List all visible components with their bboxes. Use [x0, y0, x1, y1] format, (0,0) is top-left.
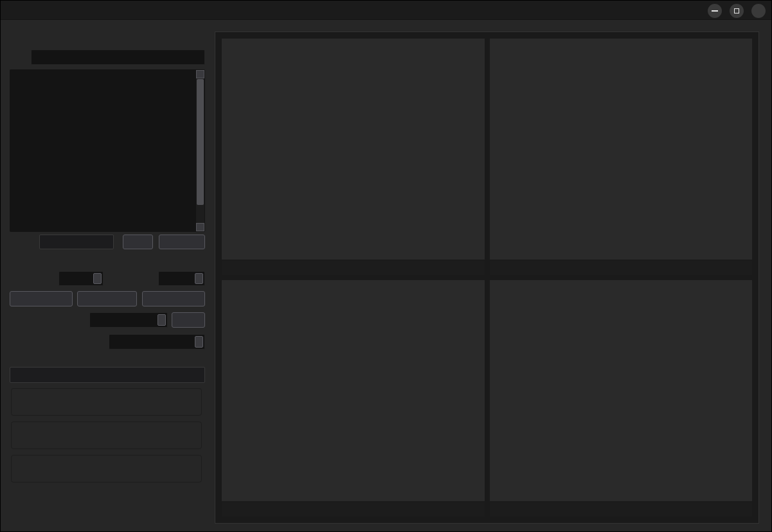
load-preset-button[interactable]	[159, 235, 205, 249]
generated-image-4[interactable]	[490, 280, 753, 501]
image-seed-caption-1	[222, 260, 485, 275]
image-cell-2	[490, 39, 753, 275]
seed-spinbox[interactable]	[89, 312, 168, 328]
minimize-icon	[712, 10, 718, 12]
image-cell-4	[490, 280, 753, 517]
memory-mode-select[interactable]	[10, 367, 205, 383]
width-spin-down-icon[interactable]	[94, 279, 101, 284]
image-cell-3	[222, 280, 485, 517]
cancel-button[interactable]	[11, 421, 202, 449]
scroll-up-icon[interactable]	[196, 70, 204, 78]
maximize-button[interactable]	[730, 4, 744, 18]
generate-button[interactable]	[11, 388, 202, 416]
image-seed-caption-3	[222, 501, 485, 517]
count-spinbox[interactable]	[109, 334, 205, 350]
minimize-button[interactable]	[708, 4, 722, 18]
seed-random-button[interactable]	[172, 312, 205, 328]
seed-spin-down-icon[interactable]	[158, 320, 165, 325]
maximize-icon	[734, 8, 739, 13]
generated-image-3[interactable]	[222, 280, 485, 501]
app-window	[0, 0, 772, 532]
res-1024x768-button[interactable]	[77, 291, 137, 306]
scroll-thumb[interactable]	[197, 79, 204, 205]
image-cell-1	[222, 39, 485, 275]
res-1024x1024-button[interactable]	[142, 291, 205, 306]
prompt-scrollbar[interactable]	[196, 70, 204, 231]
count-spin-up-icon[interactable]	[195, 337, 202, 342]
generated-image-2[interactable]	[490, 39, 753, 260]
height-spinbox[interactable]	[158, 271, 205, 286]
width-spinbox[interactable]	[58, 271, 103, 286]
title-input[interactable]	[31, 49, 205, 65]
scroll-down-icon[interactable]	[196, 223, 204, 231]
generated-image-1[interactable]	[222, 39, 485, 260]
count-spin-down-icon[interactable]	[195, 342, 202, 347]
seed-spin-up-icon[interactable]	[158, 315, 165, 320]
gallery	[215, 31, 759, 524]
height-spin-up-icon[interactable]	[195, 274, 202, 279]
preset-select[interactable]	[39, 235, 114, 249]
image-seed-caption-2	[490, 260, 753, 275]
titlebar	[1, 1, 771, 20]
image-seed-caption-4	[490, 501, 753, 517]
prompt-textarea[interactable]	[10, 69, 205, 232]
save-image-button[interactable]	[11, 455, 202, 483]
height-spin-down-icon[interactable]	[195, 279, 202, 284]
save-preset-button[interactable]	[123, 235, 153, 249]
res-768x1024-button[interactable]	[10, 291, 73, 306]
width-spin-up-icon[interactable]	[94, 274, 101, 279]
close-button[interactable]	[751, 4, 766, 18]
